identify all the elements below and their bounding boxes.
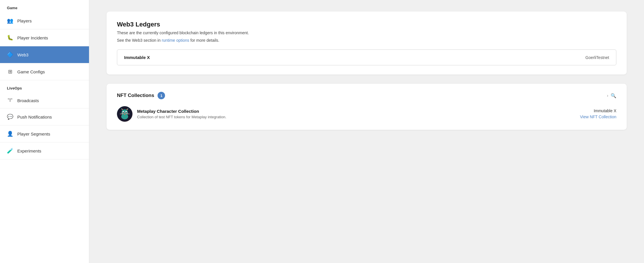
sidebar-item-experiments[interactable]: 🧪 Experiments	[0, 142, 89, 159]
players-icon: 👥	[7, 18, 13, 24]
nft-collection-desc: Collection of test NFT tokens for Metapl…	[137, 115, 575, 119]
push-notifications-icon: 💬	[7, 114, 13, 120]
svg-point-11	[124, 113, 125, 114]
sidebar-item-label: Player Segments	[17, 132, 50, 136]
sidebar-item-label: Web3	[17, 52, 29, 57]
nft-collection-info: Metaplay Character Collection Collection…	[137, 109, 575, 119]
svg-line-17	[127, 114, 130, 115]
svg-point-10	[126, 112, 127, 113]
player-segments-icon: 👤	[7, 131, 13, 137]
nft-header-actions: › 🔍	[607, 93, 616, 98]
broadcasts-icon: "І"	[7, 98, 13, 103]
description2-suffix: for more details.	[189, 38, 219, 43]
web3-ledgers-description: These are the currently configured block…	[117, 31, 616, 35]
sidebar-item-label: Broadcasts	[17, 98, 39, 103]
sidebar: Game 👥 Players 🐛 Player Incidents 🔷 Web3…	[0, 0, 89, 263]
runtime-options-link[interactable]: runtime options	[162, 38, 189, 43]
chevron-right-icon[interactable]: ›	[607, 93, 608, 98]
main-content: Web3 Ledgers These are the currently con…	[89, 0, 644, 263]
nft-collections-header: NFT Collections 1 › 🔍	[117, 92, 616, 99]
sidebar-item-broadcasts[interactable]: "І" Broadcasts	[0, 93, 89, 108]
sidebar-item-player-segments[interactable]: 👤 Player Segments	[0, 125, 89, 142]
search-icon[interactable]: 🔍	[611, 93, 616, 98]
sidebar-item-players[interactable]: 👥 Players	[0, 12, 89, 29]
ledger-name: Immutable X	[124, 55, 150, 60]
svg-line-15	[120, 114, 123, 115]
sidebar-item-label: Player Incidents	[17, 35, 48, 40]
nft-header-left: NFT Collections 1	[117, 92, 165, 99]
view-nft-collection-link[interactable]: View NFT Collection	[580, 115, 616, 119]
web3-icon: 🔷	[7, 52, 13, 58]
sidebar-item-push-notifications[interactable]: 💬 Push Notifications	[0, 108, 89, 125]
ledger-row: Immutable X GoerliTestnet	[117, 49, 616, 65]
game-section-label: Game	[0, 0, 89, 12]
web3-ledgers-description2: See the Web3 section in runtime options …	[117, 38, 616, 43]
game-configs-icon: ⊞	[7, 68, 13, 75]
ledger-network: GoerliTestnet	[586, 55, 609, 60]
sidebar-item-web3[interactable]: 🔷 Web3	[0, 46, 89, 63]
nft-collections-card: NFT Collections 1 › 🔍	[107, 84, 627, 130]
nft-collection-right: Immutable X View NFT Collection	[580, 108, 616, 119]
svg-point-9	[123, 112, 124, 113]
web3-ledgers-title: Web3 Ledgers	[117, 21, 616, 28]
nft-collections-count: 1	[158, 92, 165, 99]
player-incidents-icon: 🐛	[7, 35, 13, 41]
nft-chain: Immutable X	[580, 108, 616, 113]
liveops-section-label: LiveOps	[0, 80, 89, 93]
nft-collection-name: Metaplay Character Collection	[137, 109, 575, 114]
experiments-icon: 🧪	[7, 148, 13, 154]
sidebar-item-game-configs[interactable]: ⊞ Game Configs	[0, 63, 89, 80]
sidebar-item-label: Players	[17, 18, 32, 23]
web3-ledgers-card: Web3 Ledgers These are the currently con…	[107, 12, 627, 75]
nft-collection-avatar	[117, 106, 132, 122]
description2-prefix: See the Web3 section in	[117, 38, 162, 43]
sidebar-item-label: Push Notifications	[17, 115, 52, 119]
sidebar-item-label: Experiments	[17, 148, 41, 153]
nft-collection-row: Metaplay Character Collection Collection…	[117, 106, 616, 122]
nft-collections-title: NFT Collections	[117, 93, 154, 98]
sidebar-item-label: Game Configs	[17, 69, 45, 74]
sidebar-item-player-incidents[interactable]: 🐛 Player Incidents	[0, 29, 89, 46]
